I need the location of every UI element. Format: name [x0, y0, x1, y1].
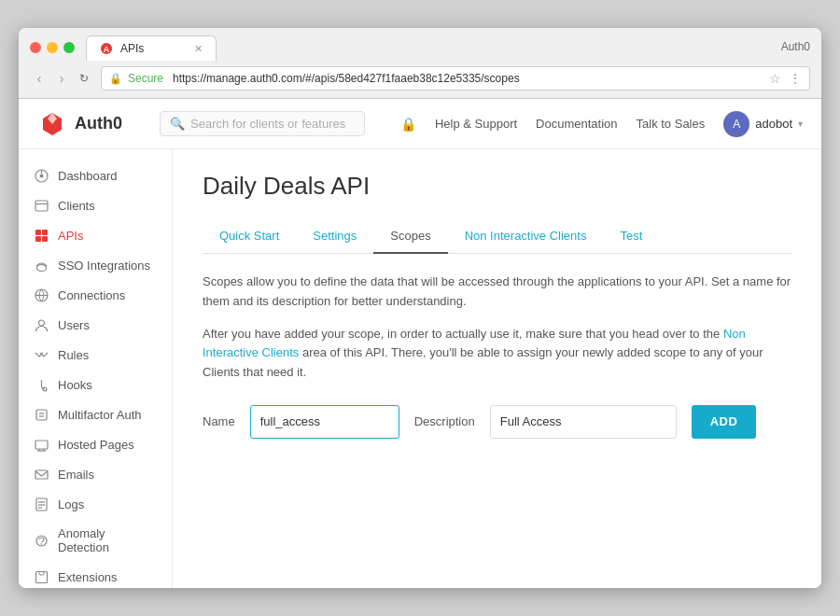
users-icon: [34, 317, 49, 332]
hosted-icon: [34, 437, 49, 452]
search-placeholder-text: Search for clients or features: [190, 117, 345, 131]
talk-to-sales-link[interactable]: Talk to Sales: [637, 117, 706, 131]
sidebar-label-hosted: Hosted Pages: [58, 438, 134, 452]
svg-rect-31: [35, 571, 47, 582]
tab-test[interactable]: Test: [603, 219, 659, 254]
browser-titlebar: A APIs ✕ Auth0 ‹ › ↻ 🔒 Secure https://ma…: [19, 28, 821, 99]
search-icon: 🔍: [170, 117, 185, 131]
tab-noninteractive[interactable]: Non Interactive Clients: [448, 219, 604, 254]
logo-text: Auth0: [75, 114, 122, 133]
close-dot[interactable]: [30, 42, 41, 53]
sidebar-item-apis[interactable]: APIs: [19, 220, 172, 250]
sidebar-item-hooks[interactable]: Hooks: [19, 370, 172, 399]
sidebar-label-logs: Logs: [58, 497, 84, 511]
emails-icon: [34, 467, 49, 482]
scope-form: Name Description ADD: [203, 405, 791, 439]
app-header: Auth0 🔍 Search for clients or features 🔒…: [19, 99, 821, 149]
tab-title: APIs: [120, 42, 144, 55]
sidebar-item-users[interactable]: Users: [19, 310, 172, 340]
address-actions: ☆ ⋮: [769, 71, 802, 86]
description-paragraph-2: After you have added your scope, in orde…: [203, 325, 791, 383]
tab-quickstart[interactable]: Quick Start: [203, 219, 296, 254]
sidebar-label-hooks: Hooks: [58, 378, 92, 392]
description-input[interactable]: [490, 405, 677, 439]
menu-icon[interactable]: ⋮: [789, 71, 802, 86]
logs-icon: [34, 497, 49, 511]
forward-button[interactable]: ›: [52, 69, 71, 88]
browser-tab-apis[interactable]: A APIs ✕: [86, 35, 217, 61]
user-initials: A: [733, 118, 740, 131]
tab-favicon-icon: A: [100, 42, 113, 55]
svg-rect-12: [42, 236, 48, 242]
add-scope-button[interactable]: ADD: [692, 405, 757, 439]
svg-rect-11: [35, 236, 41, 242]
sidebar-item-sso[interactable]: SSO Integrations: [19, 250, 172, 280]
sidebar-label-sso: SSO Integrations: [58, 259, 150, 273]
back-button[interactable]: ‹: [30, 69, 49, 88]
sidebar-label-dashboard: Dashboard: [58, 169, 118, 183]
sidebar-label-clients: Clients: [58, 199, 95, 213]
anomaly-icon: [34, 533, 49, 548]
tab-close-button[interactable]: ✕: [194, 43, 203, 55]
tab-settings[interactable]: Settings: [296, 219, 373, 254]
address-bar[interactable]: 🔒 Secure https://manage.auth0.com/#/apis…: [101, 66, 810, 91]
user-menu-chevron-icon: ▾: [798, 119, 803, 129]
main-area: Dashboard Clients APIs: [19, 149, 821, 588]
sidebar-item-anomaly[interactable]: Anomaly Detection: [19, 519, 172, 562]
auth0-logo-icon: [37, 109, 67, 139]
minimize-dot[interactable]: [47, 42, 58, 53]
dashboard-icon: [34, 168, 49, 183]
hooks-icon: [34, 377, 49, 392]
maximize-dot[interactable]: [63, 42, 75, 53]
tab-scopes[interactable]: Scopes: [373, 219, 447, 254]
sidebar-item-rules[interactable]: Rules: [19, 340, 172, 370]
rules-icon: [34, 347, 49, 362]
documentation-link[interactable]: Documentation: [536, 117, 617, 131]
sidebar-item-clients[interactable]: Clients: [19, 190, 172, 220]
sidebar-item-extensions[interactable]: Extensions: [19, 562, 172, 588]
star-icon[interactable]: ☆: [769, 71, 781, 86]
sidebar-item-connections[interactable]: Connections: [19, 280, 172, 310]
clients-icon: [34, 198, 49, 213]
url-text: https://manage.auth0.com/#/apis/58ed427f…: [173, 72, 520, 85]
refresh-button[interactable]: ↻: [75, 69, 93, 88]
help-support-link[interactable]: Help & Support: [435, 117, 517, 131]
svg-text:A: A: [104, 45, 110, 54]
svg-point-30: [40, 543, 42, 545]
browser-window-title: Auth0: [781, 40, 810, 53]
user-menu[interactable]: A adobot ▾: [723, 111, 803, 137]
svg-point-16: [38, 320, 44, 326]
sidebar-label-connections: Connections: [58, 288, 125, 302]
sidebar-item-emails[interactable]: Emails: [19, 459, 172, 489]
apis-icon: [34, 228, 49, 243]
description-paragraph-1: Scopes allow you to define the data that…: [203, 273, 791, 312]
description2-before: After you have added your scope, in orde…: [203, 327, 723, 341]
extensions-icon: [34, 569, 49, 584]
svg-rect-9: [35, 230, 41, 235]
connections-icon: [34, 287, 49, 302]
sidebar: Dashboard Clients APIs: [19, 149, 173, 588]
browser-nav-buttons: ‹ › ↻: [30, 69, 93, 88]
description-label: Description: [414, 414, 475, 428]
header-lock-icon: 🔒: [400, 117, 416, 132]
sidebar-item-multifactor[interactable]: Multifactor Auth: [19, 399, 172, 429]
browser-window: A APIs ✕ Auth0 ‹ › ↻ 🔒 Secure https://ma…: [19, 28, 821, 588]
name-label: Name: [203, 414, 235, 428]
svg-rect-18: [36, 410, 47, 420]
name-input[interactable]: [250, 405, 399, 439]
sidebar-label-users: Users: [58, 318, 90, 332]
user-name-label: adobot: [755, 117, 792, 131]
content-area: Daily Deals API Quick Start Settings Sco…: [173, 149, 821, 588]
logo-area: Auth0: [37, 109, 122, 139]
svg-rect-7: [35, 201, 48, 211]
sidebar-label-rules: Rules: [58, 348, 89, 362]
svg-point-13: [36, 264, 46, 271]
sidebar-item-logs[interactable]: Logs: [19, 489, 172, 519]
sidebar-item-dashboard[interactable]: Dashboard: [19, 161, 172, 190]
sidebar-label-extensions: Extensions: [58, 570, 118, 584]
multifactor-icon: [34, 407, 49, 422]
header-nav: 🔒 Help & Support Documentation Talk to S…: [400, 111, 803, 137]
search-bar[interactable]: 🔍 Search for clients or features: [160, 111, 365, 136]
secure-icon: 🔒: [109, 73, 122, 85]
sidebar-item-hosted[interactable]: Hosted Pages: [19, 429, 172, 459]
